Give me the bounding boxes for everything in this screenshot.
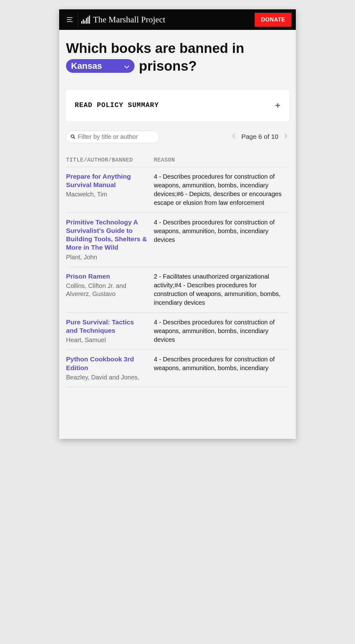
page-title-suffix: prisons? [139,58,197,74]
policy-summary-toggle[interactable]: READ POLICY SUMMARY + [66,90,289,121]
table-body: Prepare for Anything Survival ManualMacw… [66,167,289,387]
search-icon [71,134,75,139]
logo-bars-icon [81,16,90,24]
search-box[interactable] [66,130,159,143]
book-title-link[interactable]: Prison Ramen [66,272,147,280]
pager-prev[interactable] [231,132,237,142]
state-select[interactable]: Kansas [66,59,135,73]
table-row: Primitive Technology A Survivalist's Gui… [66,213,289,267]
cell-title-author: Prepare for Anything Survival ManualMacw… [66,172,147,207]
app-frame: The Marshall Project DONATE Which books … [59,9,296,439]
col-header-title: TITLE/AUTHOR/BANNED [66,157,147,163]
svg-point-3 [71,135,74,138]
pager-next[interactable] [283,132,289,142]
cell-reason: 4 - Describes procedures for constructio… [154,172,289,207]
cell-title-author: Prison RamenCollins, Clifton Jr. and Alv… [66,272,147,307]
table-row: Prison RamenCollins, Clifton Jr. and Alv… [66,267,289,313]
col-header-reason: REASON [154,157,289,163]
page-title-row2: Kansas prisons? [66,58,289,74]
state-select-value: Kansas [71,61,102,71]
book-author: Collins, Clifton Jr. and Alvererz, Gusta… [66,282,147,298]
table-row: Pure Survival: Tactics and TechniquesHea… [66,313,289,350]
cell-title-author: Pure Survival: Tactics and TechniquesHea… [66,318,147,344]
cell-reason: 4 - Describes procedures for constructio… [154,218,289,261]
vertical-divider [78,12,78,27]
menu-button[interactable] [64,13,76,26]
chevron-left-icon [232,133,236,139]
plus-icon: + [275,101,280,110]
search-input[interactable] [78,133,155,140]
cell-reason: 4 - Describes procedures for constructio… [154,355,289,381]
pager: Page 6 of 10 [231,132,289,142]
svg-line-4 [74,137,75,139]
cell-reason: 2 - Facilitates unauthorized organizatio… [154,272,289,307]
brand-logo[interactable]: The Marshall Project [81,15,165,25]
book-title-link[interactable]: Pure Survival: Tactics and Techniques [66,318,147,335]
chevron-right-icon [284,133,288,139]
table-row: Prepare for Anything Survival ManualMacw… [66,167,289,213]
cell-title-author: Primitive Technology A Survivalist's Gui… [66,218,147,261]
book-author: Plant, John [66,253,147,261]
cell-title-author: Python Cookbook 3rd EditionBeazley, Davi… [66,355,147,381]
book-title-link[interactable]: Prepare for Anything Survival Manual [66,172,147,189]
page-title-prefix: Which books are banned in [66,40,289,56]
table-row: Python Cookbook 3rd EditionBeazley, Davi… [66,350,289,387]
book-author: Macwelch, Tim [66,190,147,198]
book-title-link[interactable]: Primitive Technology A Survivalist's Gui… [66,218,147,252]
main-content: Which books are banned in Kansas prisons… [59,30,296,387]
toolbar: Page 6 of 10 [66,130,289,143]
brand-name: The Marshall Project [93,15,165,25]
book-author: Beazley, David and Jones, [66,373,147,381]
top-bar: The Marshall Project DONATE [59,9,296,30]
cell-reason: 4 - Describes procedures for constructio… [154,318,289,344]
chevron-down-icon [124,61,130,71]
donate-button[interactable]: DONATE [255,13,291,27]
book-title-link[interactable]: Python Cookbook 3rd Edition [66,355,147,372]
table-header: TITLE/AUTHOR/BANNED REASON [66,157,289,167]
menu-icon [66,17,73,22]
pager-label: Page 6 of 10 [241,133,278,140]
book-author: Heart, Samuel [66,336,147,344]
policy-summary-label: READ POLICY SUMMARY [75,101,159,109]
